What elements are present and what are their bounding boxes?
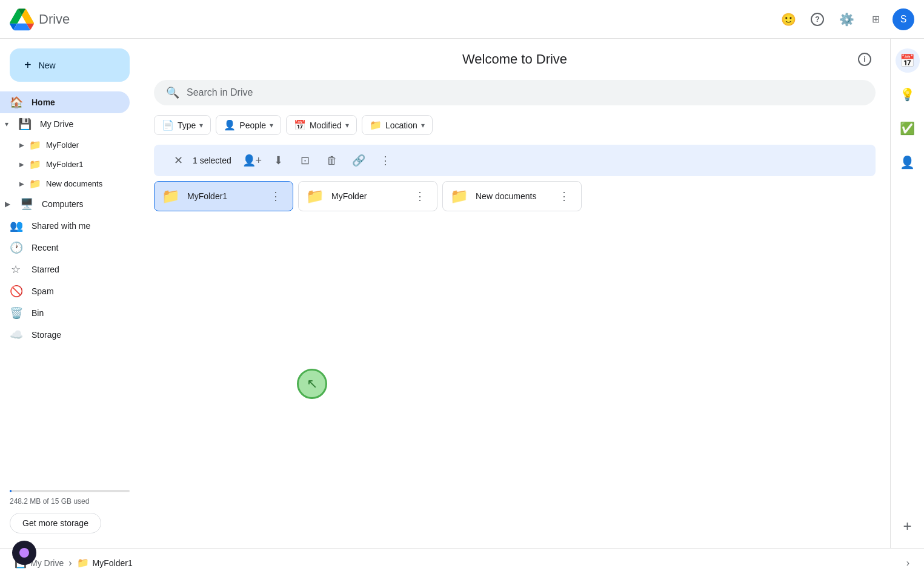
logo-area: Drive [10,7,149,31]
sidebar-item-home-label: Home [32,97,55,107]
filter-location[interactable]: 📁 Location ▾ [362,115,433,135]
sidebar-item-bin[interactable]: 🗑️ Bin [0,302,130,324]
storage-text: 248.2 MB of 15 GB used [10,497,130,506]
location-icon: 📁 [370,119,382,131]
file-icon-newdocuments: 📁 [450,188,468,205]
storage-bar-fill [10,490,12,492]
file-more-myfolder[interactable]: ⋮ [410,186,430,206]
spam-icon: 🚫 [10,285,22,298]
info-icon: i [858,53,871,66]
search-placeholder: Search in Drive [187,87,253,98]
get-more-storage-button[interactable]: Get more storage [10,513,101,533]
share-button[interactable]: 👤+ [241,150,263,171]
preview-icon: ⊡ [301,154,310,167]
filter-people-label: People [239,120,266,130]
sharedwithme-icon: 👥 [10,219,22,232]
breadcrumb-myfolder1[interactable]: 📁 MyFolder1 [77,557,133,569]
recent-icon: 🕐 [10,241,22,254]
tree-label-newdocuments: New documents [46,179,102,188]
tasks-icon: ✅ [900,121,915,136]
user-avatar[interactable]: S [892,8,914,30]
emoji-button[interactable]: 🙂 [776,7,800,31]
filter-type-label: Type [178,120,196,130]
expand-button[interactable]: › [906,558,909,569]
contacts-panel-icon[interactable]: 👤 [896,150,920,174]
tree-label-myfolder: MyFolder [46,140,79,150]
modified-icon: 📅 [294,119,306,131]
settings-button[interactable]: ⚙️ [834,7,859,31]
link-button[interactable]: 🔗 [348,150,370,171]
sidebar-item-spam[interactable]: 🚫 Spam [0,280,130,302]
plus-icon: + [24,58,32,72]
file-more-newdocuments[interactable]: ⋮ [554,186,574,206]
location-dropdown-icon: ▾ [421,121,425,130]
delete-button[interactable]: 🗑 [321,150,343,171]
cursor-indicator: ↖ [297,369,327,399]
help-icon: ? [811,13,824,26]
people-icon: 👤 [224,119,236,131]
file-grid: 📁 MyFolder1 ⋮ 📁 MyFolder ⋮ 📁 New documen… [139,181,890,211]
tree-arrow-myfolder: ▶ [19,142,24,148]
starred-icon: ☆ [10,263,22,276]
action-bar: ✕ 1 selected 👤+ ⬇ ⊡ 🗑 🔗 ⋮ [154,145,876,176]
delete-icon: 🗑 [327,154,337,167]
sidebar: + New 🏠 Home ▾ 💾 My Drive ▶ 📁 MyFolder ▶… [0,39,139,548]
sidebar-item-mydrive-label: My Drive [40,119,73,129]
folder-icon-myfolder1: 📁 [29,159,41,170]
file-card-myfolder1[interactable]: 📁 MyFolder1 ⋮ [154,181,293,211]
file-grid-container: 📁 MyFolder1 ⋮ 📁 MyFolder ⋮ 📁 New documen… [139,181,890,211]
filter-modified[interactable]: 📅 Modified ▾ [286,115,357,135]
type-dropdown-icon: ▾ [199,121,203,130]
recorder-dot [19,548,29,558]
keep-panel-icon[interactable]: 💡 [896,82,920,107]
help-button[interactable]: ? [805,7,829,31]
sidebar-item-storage-label: Storage [32,330,61,340]
new-button-label: New [39,61,56,70]
sidebar-item-sharedwithme[interactable]: 👥 Shared with me [0,215,130,237]
computers-icon: 🖥️ [20,197,32,211]
mydrive-expand-arrow: ▾ [5,120,8,128]
share-icon: 👤+ [242,154,262,167]
mydrive-icon: 💾 [18,117,30,131]
tree-item-myfolder1[interactable]: ▶ 📁 MyFolder1 [0,154,139,174]
more-actions-button[interactable]: ⋮ [374,150,396,171]
type-icon: 📄 [162,119,174,131]
search-bar[interactable]: 🔍 Search in Drive [154,80,876,105]
sidebar-item-storage[interactable]: ☁️ Storage [0,324,130,346]
sidebar-item-starred-label: Starred [32,265,59,274]
deselect-button[interactable]: ✕ [168,151,188,170]
preview-button[interactable]: ⊡ [294,150,316,171]
filter-modified-label: Modified [310,120,342,130]
computers-expand-arrow: ▶ [5,200,10,208]
filter-people[interactable]: 👤 People ▾ [216,115,281,135]
sidebar-item-computers[interactable]: ▶ 🖥️ Computers [0,193,130,215]
sidebar-item-computers-label: Computers [42,199,83,209]
file-card-newdocuments[interactable]: 📁 New documents ⋮ [442,181,582,211]
new-button[interactable]: + New [10,48,130,82]
filter-type[interactable]: 📄 Type ▾ [154,115,211,135]
people-dropdown-icon: ▾ [270,121,273,130]
apps-button[interactable]: ⊞ [863,7,888,31]
file-more-myfolder1[interactable]: ⋮ [266,186,285,206]
breadcrumb-myfolder1-label: MyFolder1 [93,558,133,568]
breadcrumb-folder1-icon: 📁 [77,557,89,569]
sidebar-item-recent[interactable]: 🕐 Recent [0,237,130,259]
sidebar-item-mydrive[interactable]: ▾ 💾 My Drive [0,113,130,135]
drive-logo-icon [10,7,34,31]
breadcrumb-separator: › [68,558,71,569]
sidebar-item-home[interactable]: 🏠 Home [0,91,130,113]
tasks-panel-icon[interactable]: ✅ [896,116,920,140]
download-button[interactable]: ⬇ [268,150,290,171]
tree-item-newdocuments[interactable]: ▶ 📁 New documents [0,174,139,193]
info-button[interactable]: i [854,48,876,70]
cursor-arrow-icon: ↖ [307,376,317,392]
page-title: Welcome to Drive [462,51,567,67]
storage-icon: ☁️ [10,328,22,341]
add-panel-button[interactable]: + [896,514,920,538]
tree-item-myfolder[interactable]: ▶ 📁 MyFolder [0,135,139,154]
sidebar-item-starred[interactable]: ☆ Starred [0,259,130,280]
calendar-panel-icon[interactable]: 📅 [896,48,920,73]
file-card-myfolder[interactable]: 📁 MyFolder ⋮ [298,181,437,211]
tree-arrow-newdocuments: ▶ [19,180,24,187]
folder-icon-newdocuments: 📁 [29,178,41,190]
